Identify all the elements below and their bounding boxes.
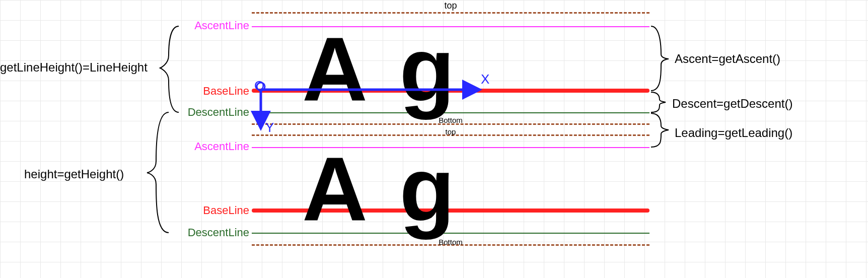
leading-text: Leading=getLeading() xyxy=(675,126,792,140)
brace-leading xyxy=(651,113,669,147)
descent-text: Descent=getDescent() xyxy=(672,97,792,111)
brace-ascent xyxy=(651,26,669,91)
ascent-text: Ascent=getAscent() xyxy=(675,52,780,66)
diagram-layer: top AscentLine BaseLine DescentLine Bott… xyxy=(0,0,868,278)
brace-descent xyxy=(651,92,666,112)
